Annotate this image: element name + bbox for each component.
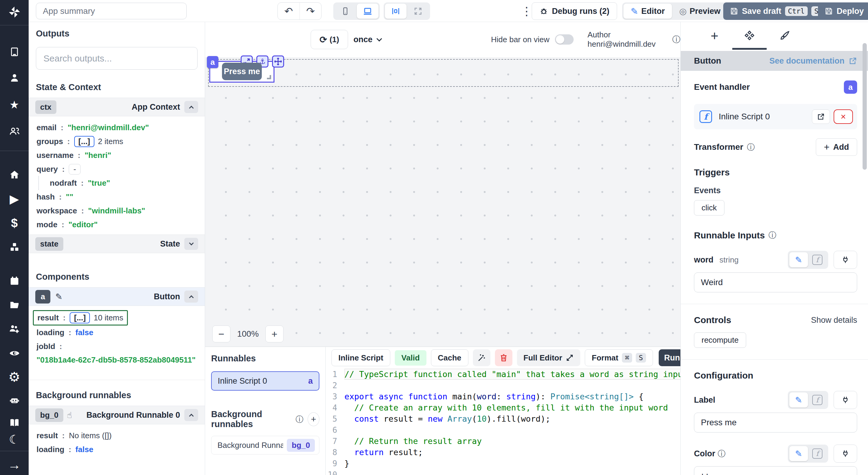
- eval-mode-f-button[interactable]: f: [808, 446, 827, 461]
- output-row[interactable]: result:No items ([]): [36, 429, 197, 442]
- state-header[interactable]: state State: [29, 235, 205, 253]
- debug-runs-button[interactable]: Debug runs (2): [532, 2, 617, 20]
- delete-script-button[interactable]: [495, 349, 513, 366]
- zoom-in-button[interactable]: +: [266, 326, 283, 342]
- output-row[interactable]: nodraft:"true": [38, 176, 197, 190]
- docs-book-icon[interactable]: [0, 413, 29, 432]
- more-options-kebab-icon[interactable]: ⋮: [521, 2, 532, 20]
- info-icon[interactable]: ⓘ: [718, 448, 726, 459]
- windmill-logo-icon[interactable]: [0, 3, 29, 21]
- info-icon[interactable]: ⓘ: [769, 230, 776, 240]
- word-input[interactable]: [694, 272, 857, 292]
- styling-tab[interactable]: [767, 26, 802, 45]
- center-align-button[interactable]: [385, 4, 407, 19]
- output-row[interactable]: mode:"editor": [36, 217, 197, 232]
- audit-eye-icon[interactable]: [0, 344, 29, 362]
- settings-gear-icon[interactable]: ⚙: [0, 368, 29, 386]
- resources-cubes-icon[interactable]: [0, 238, 29, 256]
- preview-tab[interactable]: ◎ Preview: [672, 4, 728, 19]
- zoom-out-button[interactable]: −: [212, 326, 230, 342]
- groups-admin-icon[interactable]: [0, 320, 29, 338]
- move-handle-icon[interactable]: [272, 56, 284, 68]
- dark-mode-moon-icon[interactable]: ☾: [0, 430, 29, 448]
- app-summary-input[interactable]: [36, 3, 187, 19]
- static-mode-pencil-button[interactable]: ✎: [789, 252, 808, 267]
- undo-button[interactable]: ↶: [278, 3, 300, 20]
- format-button[interactable]: Format ⌘ S: [585, 349, 653, 366]
- user-icon[interactable]: [0, 69, 29, 87]
- component-id-badge[interactable]: a: [207, 56, 218, 68]
- ai-wand-button[interactable]: [473, 349, 490, 366]
- settings-scrollbar[interactable]: [863, 43, 867, 170]
- output-row[interactable]: email:"henri@windmill.dev": [36, 121, 197, 134]
- static-mode-pencil-button[interactable]: ✎: [789, 446, 808, 461]
- frequency-dropdown[interactable]: once: [353, 30, 381, 49]
- output-row[interactable]: loading:false: [36, 326, 197, 339]
- runnable-item-selected[interactable]: Inline Script 0 a: [211, 371, 319, 391]
- add-transformer-button[interactable]: + Add: [816, 138, 857, 156]
- info-icon[interactable]: ⓘ: [296, 414, 303, 425]
- output-row[interactable]: loading:false: [36, 442, 197, 456]
- workspace-icon[interactable]: [0, 43, 29, 61]
- schedules-calendar-icon[interactable]: [0, 272, 29, 290]
- output-row[interactable]: jobId:: [36, 339, 197, 353]
- recompute-chip[interactable]: recompute: [694, 333, 746, 348]
- deploy-button[interactable]: Deploy: [818, 2, 868, 20]
- color-select[interactable]: blue: [694, 466, 857, 475]
- favorites-star-icon[interactable]: ★: [0, 96, 29, 114]
- press-me-button[interactable]: Press me: [222, 63, 262, 80]
- open-script-button[interactable]: [812, 109, 830, 124]
- insert-component-tab[interactable]: +: [697, 26, 732, 45]
- inline-script-row[interactable]: f Inline Script 0 ×: [694, 104, 857, 129]
- variables-dollar-icon[interactable]: $: [0, 214, 29, 232]
- connect-plug-button[interactable]: [834, 445, 857, 463]
- groups-icon[interactable]: [0, 122, 29, 140]
- collapse-ctx-button[interactable]: [184, 101, 198, 113]
- rename-pencil-icon[interactable]: ✎: [55, 292, 62, 302]
- collapse-bg0-button[interactable]: [184, 409, 198, 421]
- folders-icon[interactable]: [0, 296, 29, 314]
- desktop-view-button[interactable]: [357, 4, 378, 19]
- search-outputs-input[interactable]: [36, 47, 197, 70]
- canvas-grid[interactable]: a ⚓ Press me: [205, 57, 680, 347]
- connect-plug-button[interactable]: [834, 391, 857, 409]
- eval-mode-f-button[interactable]: f: [808, 252, 827, 267]
- static-mode-pencil-button[interactable]: ✎: [789, 393, 808, 407]
- output-row[interactable]: username:"henri": [36, 148, 197, 162]
- eval-mode-f-button[interactable]: f: [808, 393, 827, 407]
- expand-state-button[interactable]: [184, 238, 198, 250]
- expand-rail-arrow-icon[interactable]: →: [0, 456, 29, 474]
- output-row[interactable]: hash:"": [36, 190, 197, 204]
- click-event-chip[interactable]: click: [694, 200, 724, 215]
- full-editor-button[interactable]: Full Editor: [517, 349, 581, 366]
- hide-bar-toggle[interactable]: [555, 34, 574, 45]
- ai-robot-icon[interactable]: [0, 391, 29, 409]
- editor-tab[interactable]: ✎ Editor: [623, 4, 672, 19]
- refresh-button[interactable]: ⟳ (1): [311, 30, 348, 49]
- cache-button[interactable]: Cache: [431, 349, 468, 366]
- component-settings-tab[interactable]: [732, 26, 767, 45]
- inline-script-kind-button[interactable]: Inline Script: [332, 349, 390, 366]
- bg-runnable-item[interactable]: Background Runna... bg_0: [211, 436, 319, 454]
- add-background-runnable-button[interactable]: +: [308, 412, 319, 426]
- output-row[interactable]: groups:[...]2 items: [36, 134, 197, 148]
- bg0-header[interactable]: bg_0 ☝ Background Runnable 0: [29, 406, 205, 425]
- see-documentation-link[interactable]: See documentation: [769, 56, 857, 66]
- label-input[interactable]: [694, 413, 857, 433]
- connect-plug-button[interactable]: [834, 251, 857, 269]
- info-icon[interactable]: ⓘ: [672, 34, 680, 45]
- resize-handle[interactable]: [267, 75, 271, 79]
- show-details-link[interactable]: Show details: [811, 315, 857, 325]
- runs-play-icon[interactable]: ▶: [0, 190, 29, 208]
- mobile-view-button[interactable]: [335, 4, 356, 19]
- button-component-header[interactable]: a ✎ Button: [29, 287, 205, 306]
- save-draft-button[interactable]: Save draft Ctrl S: [723, 2, 828, 20]
- fullscreen-canvas-button[interactable]: [407, 4, 429, 19]
- output-row[interactable]: result:[...]10 items: [36, 310, 197, 326]
- output-row[interactable]: query:-: [36, 162, 197, 176]
- ctx-header[interactable]: ctx App Context: [29, 98, 205, 116]
- remove-script-button[interactable]: ×: [834, 109, 853, 124]
- collapse-button-component[interactable]: [184, 291, 198, 303]
- home-icon[interactable]: [0, 166, 29, 184]
- info-icon[interactable]: ⓘ: [747, 142, 754, 152]
